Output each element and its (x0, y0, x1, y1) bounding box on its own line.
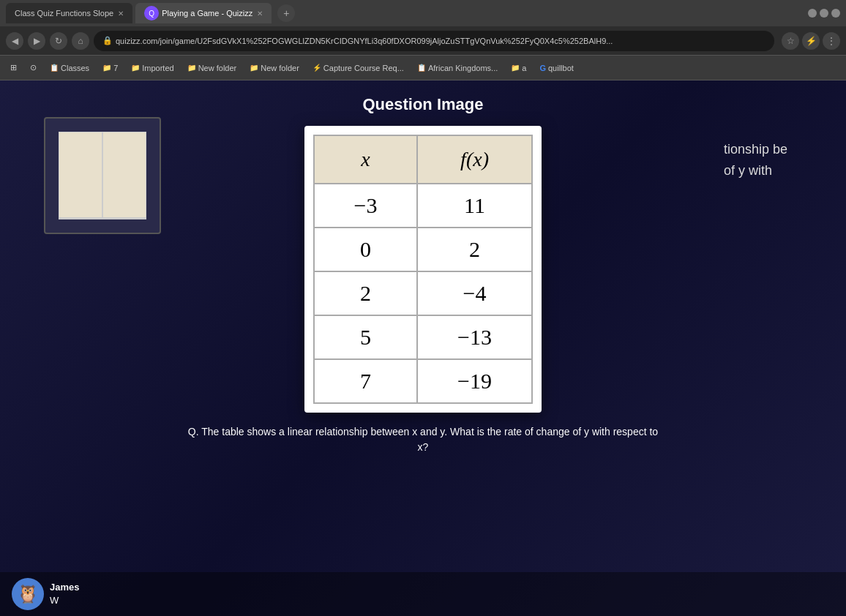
cell-fx: −4 (417, 271, 532, 315)
col-header-fx: f(x) (417, 135, 532, 184)
cell-fx: 11 (417, 184, 532, 228)
back-button[interactable]: ◀ (6, 32, 23, 50)
user-info: James W (50, 581, 79, 607)
forward-button[interactable]: ▶ (28, 32, 45, 50)
url-bar[interactable]: 🔒 quizizz.com/join/game/U2FsdGVkX1%252FO… (94, 31, 774, 51)
math-table: x f(x) −311022−45−137−19 (313, 135, 533, 404)
col-header-x: x (314, 135, 417, 184)
bookmark-folder-a[interactable]: 📁 a (506, 62, 531, 74)
folder-icon: 📁 (131, 64, 140, 72)
bottom-bar: 🦉 James W (0, 572, 846, 616)
new-tab-button[interactable]: + (277, 4, 295, 22)
table-row: 02 (314, 228, 532, 271)
tab-bar: Class Quiz Functions Slope ✕ Q Playing a… (0, 0, 846, 26)
bookmarks-apps-icon[interactable]: ⊞ (6, 61, 21, 74)
folder-icon: 📋 (50, 64, 59, 72)
cell-fx: 2 (417, 228, 532, 271)
extension-button[interactable]: ⚡ (802, 32, 820, 50)
table-row: 5−13 (314, 315, 532, 359)
window-minimize-button[interactable] (808, 9, 817, 18)
question-text: Q. The table shows a linear relationship… (167, 424, 679, 455)
user-initial: W (50, 594, 79, 607)
bookmark-star-button[interactable]: ☆ (782, 32, 799, 50)
bookmark-folder-7[interactable]: 📁 7 (98, 62, 122, 74)
question-container: Question Image x f(x) −311022−45−137−19 … (0, 95, 846, 455)
bookmark-new-folder-2[interactable]: 📁 New folder (245, 62, 304, 74)
tab-class-quiz[interactable]: Class Quiz Functions Slope ✕ (6, 3, 132, 23)
bookmarks-circle-icon[interactable]: ⊙ (26, 61, 41, 74)
cell-x: 7 (314, 359, 417, 403)
bookmark-capture[interactable]: ⚡ Capture Course Req... (308, 62, 408, 74)
cell-x: −3 (314, 184, 417, 228)
folder-icon: 📁 (102, 64, 111, 72)
refresh-button[interactable]: ↻ (50, 32, 67, 50)
cell-x: 5 (314, 315, 417, 359)
user-name: James (50, 581, 79, 594)
cell-x: 0 (314, 228, 417, 271)
bookmark-imported[interactable]: 📁 Imported (127, 62, 178, 74)
quizizz-icon: Q (144, 6, 159, 20)
browser-frame: Class Quiz Functions Slope ✕ Q Playing a… (0, 0, 846, 616)
table-row: 7−19 (314, 359, 532, 403)
bookmark-new-folder-1[interactable]: 📁 New folder (183, 62, 242, 74)
folder-icon: 📁 (250, 64, 258, 72)
lock-icon: 🔒 (102, 36, 113, 45)
question-title: Question Image (362, 95, 483, 114)
bookmark-google[interactable]: G quillbot (535, 62, 577, 74)
bookmarks-bar: ⊞ ⊙ 📋 Classes 📁 7 📁 Imported 📁 New folde… (0, 56, 846, 80)
table-row: −311 (314, 184, 532, 228)
avatar: 🦉 (12, 578, 44, 610)
address-bar: ◀ ▶ ↻ ⌂ 🔒 quizizz.com/join/game/U2FsdGVk… (0, 26, 846, 56)
table-row: 2−4 (314, 271, 532, 315)
cell-fx: −19 (417, 359, 532, 403)
capture-icon: ⚡ (312, 64, 321, 72)
bookmark-classes[interactable]: 📋 Classes (45, 62, 94, 74)
content-area: tionship be of y with Question Image x f… (0, 80, 846, 616)
cell-x: 2 (314, 271, 417, 315)
bookmark-african-kingdoms[interactable]: 📋 African Kingdoms... (413, 62, 502, 74)
menu-button[interactable]: ⋮ (823, 32, 840, 50)
window-maximize-button[interactable] (820, 9, 828, 18)
home-button[interactable]: ⌂ (72, 32, 89, 50)
tab-close-icon[interactable]: ✕ (118, 10, 124, 18)
tab-close-active-icon[interactable]: ✕ (257, 10, 263, 18)
folder-icon: 📁 (511, 64, 520, 72)
google-icon: G (539, 64, 546, 72)
tab-quizizz[interactable]: Q Playing a Game - Quizizz ✕ (135, 3, 272, 23)
window-close-button[interactable] (831, 9, 840, 18)
folder-icon: 📁 (187, 64, 196, 72)
cell-fx: −13 (417, 315, 532, 359)
table-card: x f(x) −311022−45−137−19 (304, 126, 542, 413)
grid-icon: 📋 (417, 64, 426, 72)
